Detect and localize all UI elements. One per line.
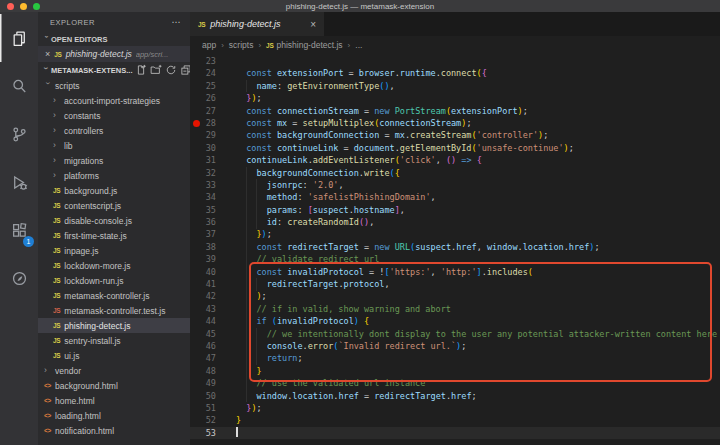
breadcrumb-item[interactable]: scripts [229,40,254,50]
breadcrumb-item[interactable]: JSphishing-detect.js [266,40,343,50]
extensions-icon[interactable]: 1 [0,206,38,254]
code-text[interactable]: // use the validated url instance [236,377,425,389]
tree-item-sentry-install.js[interactable]: JSsentry-install.js [38,333,190,348]
tree-item-account-import-strategies[interactable]: ›account-import-strategies [38,93,190,108]
window-controls[interactable] [7,3,40,10]
code-text[interactable] [236,427,238,439]
line-number[interactable]: 33 [190,179,216,191]
collapse-folders-icon[interactable] [180,64,190,76]
tree-item-metamask-controller.test.js[interactable]: JSmetamask-controller.test.js [38,303,190,318]
tree-item-lockdown-more.js[interactable]: JSlockdown-more.js [38,258,190,273]
tree-item-inpage.js[interactable]: JSinpage.js [38,243,190,258]
source-control-icon[interactable] [0,110,38,158]
code-text[interactable]: } [236,414,241,426]
line-number[interactable]: 26 [190,92,216,104]
search-icon[interactable] [0,62,38,110]
code-text[interactable]: const mx = setupMultiplex(connectionStre… [236,117,472,129]
code-text[interactable]: }); [236,228,272,240]
tree-item-home.html[interactable]: <>home.html [38,393,190,408]
code-text[interactable]: }); [236,402,262,414]
line-number[interactable]: 47 [190,352,216,364]
tree-item-lib[interactable]: ›lib [38,138,190,153]
tree-item-ui.js[interactable]: JSui.js [38,348,190,363]
line-number[interactable]: 46 [190,340,216,352]
tab-phishing-detect[interactable]: JS phishing-detect.js × [190,12,324,36]
line-number[interactable]: 53 [190,427,216,439]
line-number[interactable]: 39 [190,253,216,265]
code-text[interactable]: backgroundConnection.write({ [236,167,400,179]
circular-extension-icon[interactable] [0,254,38,302]
tree-item-background.js[interactable]: JSbackground.js [38,183,190,198]
more-actions-icon[interactable]: ⋯ [172,17,182,27]
close-window-icon[interactable] [7,3,14,10]
code-text[interactable]: const connectionStream = new PortStream(… [236,105,528,117]
line-number[interactable]: 30 [190,142,216,154]
line-number[interactable]: 44 [190,315,216,327]
code-text[interactable]: const invalidProtocol = !['https:', 'htt… [236,266,533,278]
code-text[interactable]: jsonrpc: '2.0', [236,179,344,191]
tree-item-background.html[interactable]: <>background.html [38,378,190,393]
tree-item-loading.html[interactable]: <>loading.html [38,408,190,423]
breadcrumb-item[interactable]: app [202,40,216,50]
line-number[interactable]: 52 [190,414,216,426]
tree-item-migrations[interactable]: ›migrations [38,153,190,168]
explorer-icon[interactable] [0,14,38,62]
tree-item-controllers[interactable]: ›controllers [38,123,190,138]
code-text[interactable]: method: 'safelistPhishingDomain', [236,191,436,203]
code-text[interactable]: params: [suspect.hostname], [236,204,405,216]
code-text[interactable]: } [236,365,262,377]
code-text[interactable]: name: getEnvironmentType(), [236,80,395,92]
refresh-icon[interactable] [165,64,177,76]
code-text[interactable]: const backgroundConnection = mx.createSt… [236,129,548,141]
tree-item-lockdown-run.js[interactable]: JSlockdown-run.js [38,273,190,288]
maximize-window-icon[interactable] [33,3,40,10]
tree-item-platforms[interactable]: ›platforms [38,168,190,183]
line-number[interactable]: 45 [190,328,216,340]
open-editor-item[interactable]: × JS phishing-detect.js app/scri... [38,46,190,62]
line-number[interactable]: 48 [190,365,216,377]
line-number[interactable]: 49 [190,377,216,389]
line-number[interactable]: 25 [190,80,216,92]
breakpoint-dot[interactable] [193,120,200,127]
breadcrumb-item[interactable]: ... [355,40,362,50]
line-number[interactable]: 36 [190,216,216,228]
new-file-icon[interactable] [135,64,147,76]
project-section-header[interactable]: › METAMASK-EXTENS... [38,62,190,78]
tree-item-disable-console.js[interactable]: JSdisable-console.js [38,213,190,228]
line-number[interactable]: 35 [190,204,216,216]
line-number[interactable]: 34 [190,191,216,203]
code-text[interactable]: // validate redirect url [236,253,379,265]
code-text[interactable]: redirectTarget.protocol, [236,278,390,290]
run-debug-icon[interactable] [0,158,38,206]
line-number[interactable]: 24 [190,67,216,79]
code-text[interactable]: window.location.href = redirectTarget.hr… [236,390,477,402]
tree-item-metamask-controller.js[interactable]: JSmetamask-controller.js [38,288,190,303]
tree-item-contentscript.js[interactable]: JScontentscript.js [38,198,190,213]
close-icon[interactable]: × [45,49,50,59]
line-number[interactable]: 51 [190,402,216,414]
line-number[interactable]: 27 [190,105,216,117]
line-number[interactable]: 43 [190,303,216,315]
line-number[interactable]: 50 [190,390,216,402]
tree-item-constants[interactable]: ›constants [38,108,190,123]
code-text[interactable]: ); [236,290,267,302]
code-text[interactable]: console.error(`Invalid redirect url.`); [236,340,466,352]
code-text[interactable]: const extensionPort = browser.runtime.co… [236,67,487,79]
tree-item-vendor[interactable]: ›vendor [38,363,190,378]
tree-item-scripts[interactable]: ›scripts [38,78,190,93]
line-number[interactable]: 37 [190,228,216,240]
code-text[interactable]: if (invalidProtocol) { [236,315,369,327]
code-text[interactable]: const continueLink = document.getElement… [236,142,574,154]
code-text[interactable]: }); [236,92,262,104]
line-number[interactable]: 23 [190,55,216,67]
line-number[interactable]: 28 [190,117,216,129]
minimize-window-icon[interactable] [20,3,27,10]
code-text[interactable]: // we intentionally dont display to the … [236,328,717,340]
code-text[interactable]: continueLink.addEventListener('click', (… [236,154,482,166]
tree-item-first-time-state.js[interactable]: JSfirst-time-state.js [38,228,190,243]
open-editors-section[interactable]: › OPEN EDITORS [38,32,190,46]
close-tab-icon[interactable]: × [310,19,316,30]
line-number[interactable]: 42 [190,290,216,302]
line-number[interactable]: 40 [190,266,216,278]
code-text[interactable]: const redirectTarget = new URL(suspect.h… [236,241,600,253]
